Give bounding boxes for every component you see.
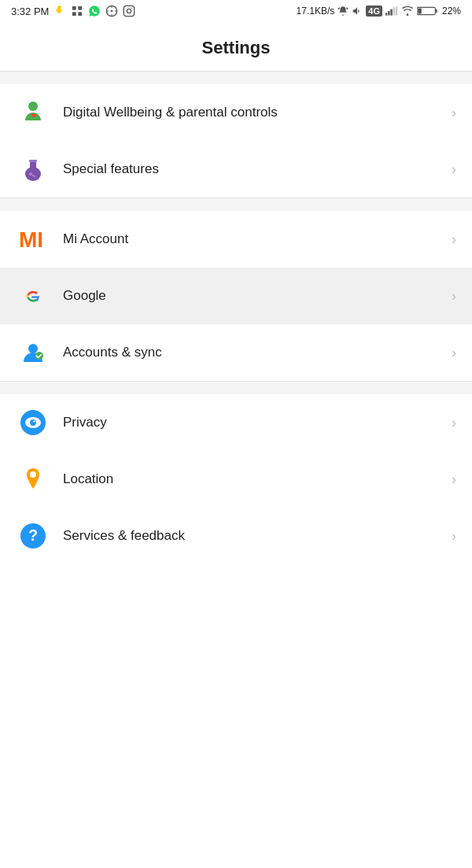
network-type: 4G [366, 6, 382, 17]
compass-icon [105, 5, 118, 17]
svg-text:?: ? [28, 526, 38, 544]
section-1: Digital Wellbeing & parental controls › … [0, 84, 472, 198]
svg-rect-0 [72, 6, 76, 10]
digital-wellbeing-icon [16, 95, 50, 130]
services-feedback-item[interactable]: ? Services & feedback › [0, 508, 472, 564]
svg-point-25 [28, 344, 38, 353]
privacy-chevron: › [452, 415, 456, 431]
signal-icon [385, 6, 398, 17]
battery-percent: 22% [442, 6, 461, 17]
network-speed: 17.1KB/s [297, 6, 335, 17]
privacy-icon [16, 405, 50, 440]
status-right: 17.1KB/s 4G 22% [297, 6, 461, 17]
svg-point-17 [28, 102, 38, 111]
vol-icon [352, 6, 363, 17]
svg-rect-16 [418, 9, 422, 14]
svg-rect-10 [388, 11, 389, 16]
status-time: 3:32 PM [11, 6, 49, 17]
mi-account-chevron: › [452, 231, 456, 248]
privacy-item[interactable]: Privacy › [0, 394, 472, 451]
instagram-icon [123, 5, 135, 17]
section-3: Privacy › Location › ? Services & feedba… [0, 394, 472, 564]
snapchat-icon [53, 5, 66, 17]
svg-rect-12 [393, 7, 395, 15]
svg-rect-11 [390, 9, 392, 16]
services-feedback-chevron: › [452, 528, 456, 545]
svg-rect-9 [385, 13, 387, 15]
grid-icon [71, 5, 83, 17]
special-features-chevron: › [452, 161, 456, 178]
section-gap-3 [0, 382, 472, 394]
svg-rect-13 [396, 6, 397, 15]
svg-point-5 [111, 10, 113, 13]
mi-account-label: Mi Account [63, 231, 445, 248]
svg-rect-2 [72, 12, 76, 16]
svg-point-31 [30, 471, 36, 478]
section-2: MI Mi Account › Google › [0, 211, 472, 381]
status-bar: 3:32 PM 17.1KB/s 4G 22% [0, 0, 472, 22]
google-chevron: › [452, 288, 456, 305]
accounts-sync-chevron: › [452, 345, 456, 361]
mi-account-icon: MI [16, 222, 50, 257]
svg-rect-20 [29, 160, 37, 162]
svg-rect-6 [124, 6, 135, 16]
services-feedback-icon: ? [16, 519, 50, 553]
svg-point-30 [33, 420, 35, 422]
svg-point-21 [29, 172, 32, 175]
section-gap-top [0, 72, 472, 84]
wifi-icon [401, 6, 414, 17]
special-features-item[interactable]: Special features › [0, 141, 472, 198]
location-label: Location [63, 471, 445, 488]
location-item[interactable]: Location › [0, 451, 472, 508]
svg-point-23 [32, 175, 34, 176]
google-icon [16, 279, 50, 313]
svg-rect-1 [79, 6, 83, 10]
status-left: 3:32 PM [11, 5, 135, 17]
services-feedback-label: Services & feedback [63, 527, 445, 545]
svg-point-8 [131, 8, 132, 9]
section-gap-2 [0, 198, 472, 211]
svg-point-29 [30, 419, 36, 426]
accounts-sync-item[interactable]: Accounts & sync › [0, 324, 472, 381]
svg-rect-15 [435, 9, 437, 13]
google-label: Google [63, 287, 445, 305]
special-features-icon [16, 152, 50, 187]
accounts-sync-label: Accounts & sync [63, 344, 445, 361]
alarm-icon [337, 6, 348, 17]
whatsapp-icon [88, 5, 101, 17]
google-item[interactable]: Google › [0, 268, 472, 324]
digital-wellbeing-label: Digital Wellbeing & parental controls [63, 104, 445, 121]
page-title: Settings [0, 22, 472, 71]
svg-point-7 [127, 9, 131, 13]
battery-icon [417, 6, 439, 17]
location-icon [16, 462, 50, 497]
svg-rect-19 [30, 161, 36, 169]
svg-text:MI: MI [19, 227, 43, 252]
location-chevron: › [452, 471, 456, 488]
special-features-label: Special features [63, 161, 445, 178]
privacy-label: Privacy [63, 414, 445, 431]
mi-account-item[interactable]: MI Mi Account › [0, 211, 472, 268]
digital-wellbeing-chevron: › [452, 105, 456, 121]
accounts-sync-icon [16, 335, 50, 370]
digital-wellbeing-item[interactable]: Digital Wellbeing & parental controls › [0, 84, 472, 141]
svg-rect-3 [79, 12, 83, 16]
